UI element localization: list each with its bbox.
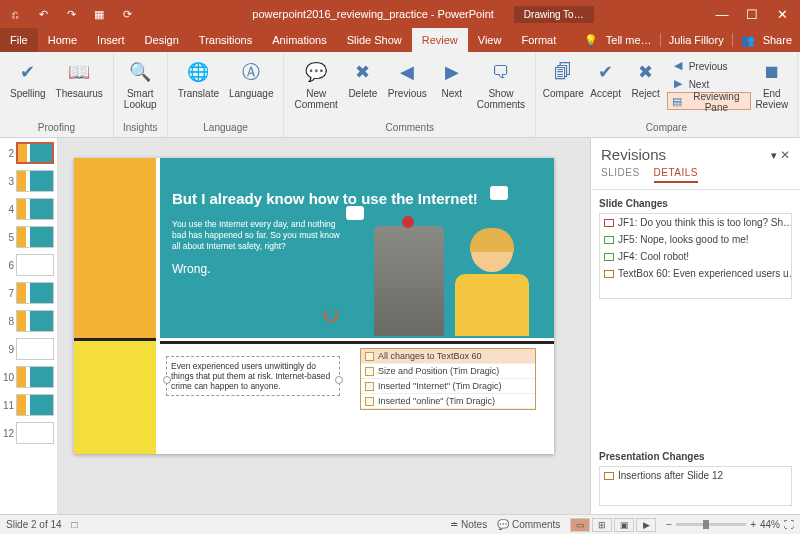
zoom-slider[interactable] [676, 523, 746, 526]
tab-transitions[interactable]: Transitions [189, 28, 262, 52]
slide-thumbnails[interactable]: 2 3 4 5 6 7 8 9 10 11 12 [0, 138, 58, 514]
slide-counter[interactable]: Slide 2 of 14 [6, 519, 62, 530]
checkbox[interactable] [365, 382, 374, 391]
revisions-tab-slides[interactable]: SLIDES [601, 167, 640, 183]
close-button[interactable]: ✕ [768, 4, 796, 24]
comments-button[interactable]: 💬 Comments [497, 519, 560, 530]
thumbnail[interactable]: 12 [2, 422, 55, 444]
thumbnail[interactable]: 3 [2, 170, 55, 192]
reading-view-button[interactable]: ▣ [614, 518, 634, 532]
tab-format[interactable]: Format [511, 28, 566, 52]
normal-view-button[interactable]: ▭ [570, 518, 590, 532]
thumbnail[interactable]: 9 [2, 338, 55, 360]
fit-to-window-button[interactable]: ⛶ [784, 519, 794, 530]
change-item[interactable]: TextBox 60: Even experienced users u… [600, 265, 791, 282]
tab-file[interactable]: File [0, 28, 38, 52]
checkbox[interactable] [365, 352, 374, 361]
tab-slideshow[interactable]: Slide Show [337, 28, 412, 52]
reviewing-pane-button[interactable]: ▤Reviewing Pane [667, 92, 751, 110]
compare-icon: 🗐 [549, 58, 577, 86]
undo-icon[interactable]: ↶ [32, 4, 54, 24]
smart-lookup-button[interactable]: 🔍Smart Lookup [120, 56, 161, 112]
slide-canvas[interactable]: But I already know how to use the Intern… [74, 158, 554, 454]
zoom-out-button[interactable]: − [666, 519, 672, 530]
zoom-controls[interactable]: − + 44% ⛶ [666, 519, 794, 530]
pane-dropdown-icon[interactable]: ▾ [771, 149, 777, 161]
presentation-changes-heading: Presentation Changes [599, 451, 792, 462]
change-item[interactable]: JF1: Do you think this is too long? Sh… [600, 214, 791, 231]
rotation-handle-icon[interactable] [324, 308, 338, 322]
zoom-level[interactable]: 44% [760, 519, 780, 530]
show-comments-button[interactable]: 🗨Show Comments [473, 56, 529, 112]
zoom-in-button[interactable]: + [750, 519, 756, 530]
next-comment-button[interactable]: ▶Next [433, 56, 471, 101]
translate-button[interactable]: 🌐Translate [174, 56, 223, 101]
share-button[interactable]: Share [763, 34, 792, 46]
tab-design[interactable]: Design [135, 28, 189, 52]
checkbox[interactable] [365, 397, 374, 406]
slideshow-view-button[interactable]: ▶ [636, 518, 656, 532]
slide-editor[interactable]: But I already know how to use the Intern… [58, 138, 590, 514]
maximize-button[interactable]: ☐ [738, 4, 766, 24]
thumbnail[interactable]: 4 [2, 198, 55, 220]
redo-icon[interactable]: ↷ [60, 4, 82, 24]
tab-animations[interactable]: Animations [262, 28, 336, 52]
minimize-button[interactable]: — [708, 4, 736, 24]
change-item[interactable]: JF4: Cool robot! [600, 248, 791, 265]
user-name[interactable]: Julia Fillory [669, 34, 724, 46]
revisions-pane: Revisions ▾ ✕ SLIDES DETAILS Slide Chang… [590, 138, 800, 514]
tab-home[interactable]: Home [38, 28, 87, 52]
qat-btn[interactable]: ⎌ [4, 4, 26, 24]
new-comment-button[interactable]: 💬New Comment [290, 56, 341, 112]
thumbnail[interactable]: 11 [2, 394, 55, 416]
reject-button[interactable]: ✖Reject [627, 56, 665, 101]
popup-row[interactable]: Size and Position (Tim Dragic) [378, 366, 499, 376]
revisions-tab-details[interactable]: DETAILS [654, 167, 698, 183]
selected-textbox[interactable]: Even experienced users unwittingly do th… [166, 356, 340, 396]
tell-me-input[interactable]: Tell me… [606, 34, 652, 46]
end-review-button[interactable]: ⏹End Review [753, 56, 791, 112]
qat-more-icon[interactable]: ⟳ [116, 4, 138, 24]
share-icon: 👥 [741, 34, 755, 47]
slide-sorter-button[interactable]: ⊞ [592, 518, 612, 532]
change-item[interactable]: JF5: Nope, looks good to me! [600, 231, 791, 248]
comment-swatch-icon [604, 472, 614, 480]
thesaurus-button[interactable]: 📖Thesaurus [52, 56, 107, 101]
previous-comment-button[interactable]: ◀Previous [384, 56, 431, 101]
spell-check-status-icon[interactable]: □ [72, 519, 78, 530]
slide-paragraph[interactable]: You use the Internet every day, and noth… [172, 219, 342, 252]
notes-button[interactable]: ≐ Notes [450, 519, 487, 530]
tab-view[interactable]: View [468, 28, 512, 52]
quick-access-toolbar: ⎌ ↶ ↷ ▦ ⟳ [4, 4, 138, 24]
ribbon: ✔Spelling 📖Thesaurus Proofing 🔍Smart Loo… [0, 52, 800, 138]
accept-button[interactable]: ✔Accept [587, 56, 625, 101]
thumbnail[interactable]: 6 [2, 254, 55, 276]
compare-previous-button[interactable]: ◀Previous [667, 56, 751, 74]
presentation-changes-list[interactable]: Insertions after Slide 12 [599, 466, 792, 506]
checkbox[interactable] [365, 367, 374, 376]
thumbnail[interactable]: 7 [2, 282, 55, 304]
popup-row[interactable]: Inserted "Internet" (Tim Dragic) [378, 381, 502, 391]
comment-swatch-icon [604, 236, 614, 244]
slide-changes-list[interactable]: JF1: Do you think this is too long? Sh… … [599, 213, 792, 299]
pane-close-button[interactable]: ✕ [780, 148, 790, 162]
tab-insert[interactable]: Insert [87, 28, 135, 52]
slide-heading[interactable]: But I already know how to use the Intern… [172, 190, 542, 207]
popup-row[interactable]: Inserted "online" (Tim Dragic) [378, 396, 495, 406]
thumbnail[interactable]: 10 [2, 366, 55, 388]
start-slideshow-icon[interactable]: ▦ [88, 4, 110, 24]
compare-next-button[interactable]: ▶Next [667, 74, 751, 92]
thumbnail[interactable]: 2 [2, 142, 55, 164]
group-label: Compare [646, 122, 687, 135]
reviewing-pane-icon: ▤ [672, 94, 683, 108]
tab-review[interactable]: Review [412, 28, 468, 52]
group-label: Proofing [38, 122, 75, 135]
thumbnail[interactable]: 8 [2, 310, 55, 332]
thumbnail[interactable]: 5 [2, 226, 55, 248]
compare-button[interactable]: 🗐Compare [542, 56, 585, 101]
delete-comment-button[interactable]: ✖Delete [344, 56, 382, 101]
changes-popup[interactable]: All changes to TextBox 60 Size and Posit… [360, 348, 536, 410]
language-button[interactable]: ⒶLanguage [225, 56, 278, 101]
spelling-button[interactable]: ✔Spelling [6, 56, 50, 101]
change-item[interactable]: Insertions after Slide 12 [600, 467, 791, 484]
